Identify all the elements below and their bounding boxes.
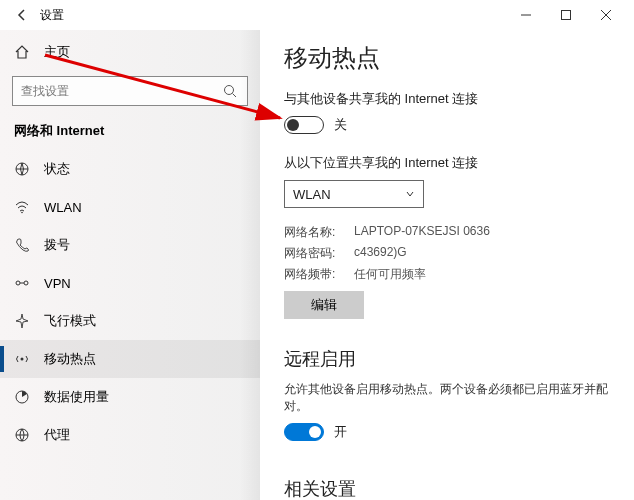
sidebar: 主页 网络和 Internet 状态 WLAN 拨号 VPN 飞行模式 移动热点…	[0, 30, 260, 500]
wifi-icon	[14, 199, 30, 215]
nav-list: 状态 WLAN 拨号 VPN 飞行模式 移动热点 数据使用量 代理	[0, 150, 260, 454]
main-content: 移动热点 与其他设备共享我的 Internet 连接 关 从以下位置共享我的 I…	[260, 30, 634, 500]
remote-desc: 允许其他设备启用移动热点。两个设备必须都已启用蓝牙并配对。	[284, 381, 610, 415]
info-name-key: 网络名称:	[284, 224, 354, 241]
related-heading: 相关设置	[284, 477, 610, 500]
svg-point-9	[16, 281, 20, 285]
back-button[interactable]	[8, 8, 36, 22]
nav-label: WLAN	[44, 200, 82, 215]
remote-toggle-state: 开	[334, 423, 347, 441]
info-band-key: 网络频带:	[284, 266, 354, 283]
share-label: 与其他设备共享我的 Internet 连接	[284, 90, 610, 108]
from-select[interactable]: WLAN	[284, 180, 424, 208]
data-icon	[14, 389, 30, 405]
edit-button[interactable]: 编辑	[284, 291, 364, 319]
nav-label: 数据使用量	[44, 388, 109, 406]
search-box[interactable]	[12, 76, 248, 106]
home-link[interactable]: 主页	[0, 34, 260, 70]
close-icon	[601, 10, 611, 20]
nav-dialup[interactable]: 拨号	[0, 226, 260, 264]
hotspot-icon	[14, 351, 30, 367]
info-pass-key: 网络密码:	[284, 245, 354, 262]
nav-label: 飞行模式	[44, 312, 96, 330]
search-icon	[223, 84, 239, 98]
remote-heading: 远程启用	[284, 347, 610, 371]
maximize-button[interactable]	[546, 0, 586, 30]
info-band-val: 任何可用频率	[354, 266, 610, 283]
arrow-left-icon	[15, 8, 29, 22]
vpn-icon	[14, 275, 30, 291]
titlebar: 设置	[0, 0, 634, 30]
section-heading: 网络和 Internet	[0, 116, 260, 150]
svg-point-12	[21, 358, 24, 361]
nav-vpn[interactable]: VPN	[0, 264, 260, 302]
nav-label: 代理	[44, 426, 70, 444]
from-label: 从以下位置共享我的 Internet 连接	[284, 154, 610, 172]
chevron-down-icon	[405, 189, 415, 199]
nav-datausage[interactable]: 数据使用量	[0, 378, 260, 416]
svg-rect-1	[562, 11, 571, 20]
window-title: 设置	[40, 7, 64, 24]
minimize-button[interactable]	[506, 0, 546, 30]
nav-proxy[interactable]: 代理	[0, 416, 260, 454]
nav-airplane[interactable]: 飞行模式	[0, 302, 260, 340]
airplane-icon	[14, 313, 30, 329]
status-icon	[14, 161, 30, 177]
nav-status[interactable]: 状态	[0, 150, 260, 188]
nav-hotspot[interactable]: 移动热点	[0, 340, 260, 378]
close-button[interactable]	[586, 0, 626, 30]
minimize-icon	[521, 10, 531, 20]
home-icon	[14, 44, 30, 60]
share-toggle[interactable]	[284, 116, 324, 134]
remote-toggle[interactable]	[284, 423, 324, 441]
home-label: 主页	[44, 43, 70, 61]
nav-wlan[interactable]: WLAN	[0, 188, 260, 226]
svg-point-8	[21, 212, 23, 214]
nav-label: VPN	[44, 276, 71, 291]
network-info: 网络名称: LAPTOP-07KSEJSI 0636 网络密码: c43692)…	[284, 224, 610, 283]
nav-label: 拨号	[44, 236, 70, 254]
share-toggle-state: 关	[334, 116, 347, 134]
info-name-val: LAPTOP-07KSEJSI 0636	[354, 224, 610, 241]
svg-line-5	[233, 94, 237, 98]
search-input[interactable]	[21, 84, 223, 98]
maximize-icon	[561, 10, 571, 20]
dialup-icon	[14, 237, 30, 253]
nav-label: 移动热点	[44, 350, 96, 368]
proxy-icon	[14, 427, 30, 443]
info-pass-val: c43692)G	[354, 245, 610, 262]
svg-point-4	[225, 86, 234, 95]
nav-label: 状态	[44, 160, 70, 178]
from-select-value: WLAN	[293, 187, 331, 202]
svg-point-10	[24, 281, 28, 285]
page-title: 移动热点	[284, 42, 610, 74]
